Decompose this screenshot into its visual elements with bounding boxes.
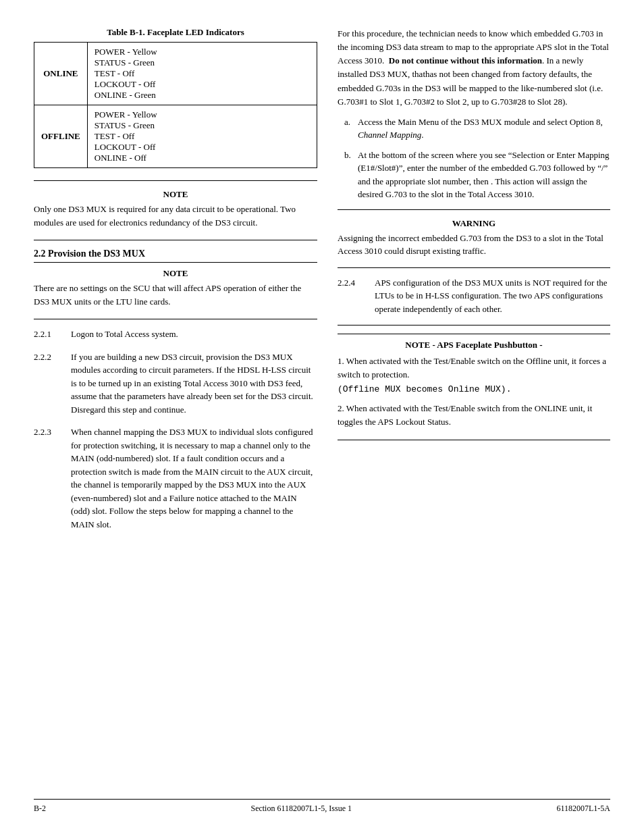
note-aps-para2: 2. When activated with the Test/Enable s… (338, 402, 610, 429)
footer-left: B-2 (34, 804, 46, 814)
divider-1 (34, 180, 317, 181)
page: Table B-1. Faceplate LED Indicators ONLI… (0, 0, 644, 834)
left-column: Table B-1. Faceplate LED Indicators ONLI… (34, 27, 317, 785)
intro-bold: Do not continue without this information (389, 55, 542, 66)
numbered-item: 2.2.1Logon to Total Access system. (34, 328, 317, 341)
intro-paragraph: For this procedure, the technician needs… (338, 27, 610, 109)
content-area: Table B-1. Faceplate LED Indicators ONLI… (34, 27, 610, 785)
warning-title: WARNING (338, 218, 610, 229)
led-row-lines: POWER - YellowSTATUS - GreenTEST - OffLO… (87, 43, 317, 105)
item-224: 2.2.4 APS configuration of the DS3 MUX u… (338, 276, 610, 316)
section22-items: 2.2.1Logon to Total Access system.2.2.2I… (34, 328, 317, 531)
divider-3 (34, 319, 317, 319)
note-aps-title: NOTE - APS Faceplate Pushbutton - (338, 340, 610, 350)
section22-heading: 2.2 Provision the DS3 MUX (34, 249, 317, 263)
divider-2 (34, 240, 317, 240)
led-row-lines: POWER - YellowSTATUS - GreenTEST - OffLO… (87, 105, 317, 168)
item-text: If you are building a new DS3 circuit, p… (71, 350, 317, 417)
led-table: ONLINEPOWER - YellowSTATUS - GreenTEST -… (34, 42, 317, 168)
note-aps-para1-mono: (Offline MUX becomes Online MUX). (338, 384, 511, 394)
footer-center: Section 61182007L1-5, Issue 1 (250, 804, 352, 814)
note2-title: NOTE (34, 268, 317, 279)
warning-box: WARNING Assigning the incorrect embedded… (338, 218, 610, 258)
note1-title: NOTE (34, 189, 317, 200)
sub-italic: Channel Mapping (358, 130, 421, 140)
numbered-item: 2.2.3When channel mapping the DS3 MUX to… (34, 425, 317, 531)
note-aps-para1: 1. When activated with the Test/Enable s… (338, 355, 610, 396)
note-box-2: NOTE There are no settings on the SCU th… (34, 268, 317, 308)
item-num: 2.2.2 (34, 350, 71, 417)
right-sub-items: a.Access the Main Menu of the DS3 MUX mo… (338, 115, 610, 201)
item-224-text: APS configuration of the DS3 MUX units i… (375, 276, 610, 316)
table-title: Table B-1. Faceplate LED Indicators (34, 27, 317, 38)
sub-label: a. (344, 115, 358, 142)
note-aps-para1-text: 1. When activated with the Test/Enable s… (338, 356, 606, 380)
note-aps-box: NOTE - APS Faceplate Pushbutton - 1. Whe… (338, 334, 610, 440)
item-text: Logon to Total Access system. (71, 328, 317, 341)
note-box-1: NOTE Only one DS3 MUX is required for an… (34, 189, 317, 229)
numbered-item: 2.2.2If you are building a new DS3 circu… (34, 350, 317, 417)
right-column: For this procedure, the technician needs… (338, 27, 610, 785)
divider-right-2 (338, 267, 610, 268)
sub-item: b.At the bottom of the screen where you … (344, 149, 610, 201)
divider-right-3 (338, 325, 610, 325)
footer: B-2 Section 61182007L1-5, Issue 1 611820… (34, 799, 610, 814)
sub-text: Access the Main Menu of the DS3 MUX modu… (358, 115, 610, 142)
item-text: When channel mapping the DS3 MUX to indi… (71, 425, 317, 531)
sub-text: At the bottom of the screen where you se… (358, 149, 610, 201)
note2-text: There are no settings on the SCU that wi… (34, 282, 317, 308)
item-num: 2.2.1 (34, 328, 71, 341)
sub-item: a.Access the Main Menu of the DS3 MUX mo… (344, 115, 610, 142)
item-num: 2.2.3 (34, 425, 71, 531)
item-224-num: 2.2.4 (338, 276, 375, 316)
divider-right-1 (338, 209, 610, 210)
note1-text: Only one DS3 MUX is required for any dat… (34, 203, 317, 229)
footer-right: 61182007L1-5A (556, 804, 610, 814)
sub-label: b. (344, 149, 358, 201)
led-row-label: OFFLINE (34, 105, 88, 168)
warning-text: Assigning the incorrect embedded G.703 f… (338, 232, 610, 258)
led-row-label: ONLINE (34, 43, 88, 105)
